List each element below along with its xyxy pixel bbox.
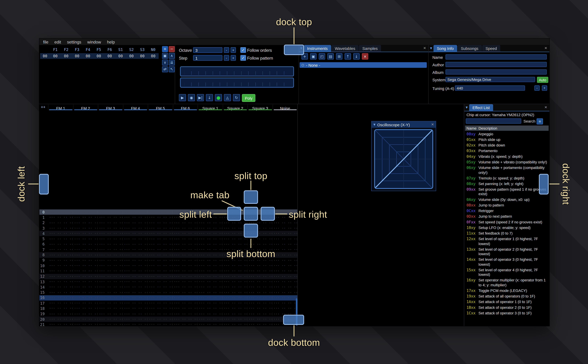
pattern-cell[interactable]: ··· ·· ·· ····	[48, 253, 73, 257]
pattern-cell[interactable]: ··· ·· ·· ····	[248, 275, 272, 278]
step-row-button[interactable]: ↓	[206, 94, 213, 101]
order-cell[interactable]: 00	[126, 54, 137, 58]
split-right-target[interactable]	[261, 207, 275, 221]
pattern-cell[interactable]: ··· ·· ·· ····	[198, 264, 223, 267]
pattern-cell[interactable]: ··· ·· ·· ····	[98, 275, 123, 278]
dock-left-target[interactable]	[39, 174, 49, 195]
tab-samples[interactable]: Samples	[359, 45, 381, 52]
split-top-target[interactable]	[244, 190, 258, 204]
metronome-button[interactable]: ◬	[224, 94, 231, 101]
close-icon[interactable]: ×	[544, 104, 547, 110]
pattern-cell[interactable]: ··· ·· ·· ····	[73, 318, 98, 321]
pattern-cell[interactable]: ··· ·· ·· ····	[223, 237, 247, 241]
pattern-cell[interactable]: ··· ·· ·· ····	[73, 232, 98, 235]
pattern-cell[interactable]: ··· ·· ·· ····	[73, 226, 98, 230]
pattern-cell[interactable]: ··· ·· ·· ····	[98, 296, 123, 300]
pattern-cell[interactable]: ··· ·· ·· ····	[198, 269, 223, 273]
pattern-cell[interactable]: ··· ·· ·· ····	[98, 307, 123, 310]
effect-row[interactable]: 1CxxSet attack of operator 3 (0 to 1F)	[464, 310, 549, 316]
menu-item-edit[interactable]: edit	[51, 39, 64, 44]
pattern-cell[interactable]: ··· ·· ·· ····	[123, 280, 148, 284]
pattern-cell[interactable]: ··· ·· ·· ····	[173, 307, 198, 310]
effect-row[interactable]: 05xyVolume slide + vibrato (compatibilit…	[464, 160, 549, 165]
pattern-cell[interactable]: ··· ·· ·· ····	[248, 312, 272, 316]
pattern-cell[interactable]: ··· ·· ·· ····	[123, 307, 148, 310]
order-move-up-button[interactable]: ∧	[169, 53, 175, 59]
orders-selected-row[interactable]: 0000000000000000000000	[40, 53, 159, 59]
pattern-cell[interactable]: ··· ·· ·· ····	[98, 259, 123, 262]
pattern-cell[interactable]: ··· ·· ·· ····	[198, 291, 223, 294]
pattern-cell[interactable]: ··· ·· ·· ····	[123, 253, 148, 257]
pattern-cell[interactable]: ··· ·· ·· ····	[73, 253, 98, 257]
pattern-cell[interactable]: ··· ·· ·· ····	[223, 280, 247, 284]
pattern-cell[interactable]: ··· ·· ·· ····	[198, 248, 223, 251]
effect-row[interactable]: 02xxPitch slide down	[464, 143, 549, 148]
pattern-cell[interactable]: ··· ·· ·· ····	[272, 307, 297, 310]
pattern-cell[interactable]: ··· ·· ·· ····	[48, 296, 73, 300]
order-move-down-button[interactable]: ∨	[162, 60, 168, 65]
pattern-cell[interactable]: ··· ·· ·· ····	[198, 221, 223, 225]
menu-item-window[interactable]: window	[84, 39, 104, 44]
effect-row[interactable]: 07xyTremolo (x: speed; y: depth)	[464, 176, 549, 181]
pattern-cell[interactable]: ··· ·· ·· ····	[223, 307, 247, 310]
close-icon[interactable]: ×	[431, 122, 434, 127]
pattern-cell[interactable]: ··· ·· ·· ····	[73, 248, 98, 251]
pattern-cell[interactable]: ··· ·· ·· ····	[248, 291, 272, 294]
pattern-cell[interactable]: ··· ·· ·· ····	[272, 253, 297, 257]
pattern-cell[interactable]: ··· ·· ·· ····	[198, 237, 223, 241]
order-cell[interactable]: 00	[50, 54, 61, 58]
pattern-cell[interactable]: ··· ·· ·· ····	[173, 242, 198, 246]
pattern-cell[interactable]: ··· ·· ·· ····	[123, 226, 148, 230]
pattern-cell[interactable]: ··· ·· ·· ····	[272, 291, 297, 294]
instrument-delete-button[interactable]: ×	[362, 53, 368, 60]
octave-increase-button[interactable]: +	[231, 47, 236, 53]
follow-orders-checkbox[interactable]: ✓	[240, 47, 246, 53]
pattern-cell[interactable]: ··· ·· ·· ····	[272, 269, 297, 273]
order-cell[interactable]: 00	[104, 54, 115, 58]
pattern-cell[interactable]: ··· ·· ·· ····	[148, 307, 173, 310]
effect-row[interactable]: 04xyVibrato (x: speed; y: depth)	[464, 154, 549, 160]
pattern-cell[interactable]: ··· ·· ·· ····	[173, 285, 198, 289]
tab-instruments[interactable]: Instruments	[304, 45, 331, 52]
order-edit-mode-button[interactable]: ↖	[169, 66, 175, 72]
pattern-cell[interactable]: ··· ·· ·· ····	[98, 312, 123, 316]
order-add-button[interactable]: +	[162, 46, 168, 52]
song-album-input[interactable]	[446, 69, 547, 74]
order-duplicate-end-button[interactable]: ⇊	[169, 60, 175, 65]
pattern-cell[interactable]: ··· ·· ·· ····	[98, 285, 123, 289]
play-pattern-button[interactable]: ◉	[188, 94, 195, 101]
pattern-cell[interactable]: ··· ·· ·· ····	[272, 285, 297, 289]
pattern-cell[interactable]: ··· ·· ·· ····	[198, 253, 223, 257]
pattern-cell[interactable]: ··· ·· ·· ····	[98, 253, 123, 257]
oscilloscope-title-bar[interactable]: ▼ Oscilloscope (X-Y) ×	[372, 121, 436, 128]
pattern-cell[interactable]: ··· ·· ·· ····	[198, 275, 223, 278]
tab-song-info[interactable]: Song Info	[434, 45, 457, 52]
effect-row[interactable]: 1BxxSet attack of operator 2 (0 to 1F)	[464, 305, 549, 310]
pattern-cell[interactable]: ··· ·· ·· ····	[48, 323, 73, 326]
effect-row[interactable]: 12xxSet level of operator 1 (0 highest, …	[464, 236, 549, 247]
pattern-cell[interactable]: ··· ·· ·· ····	[248, 323, 272, 326]
split-left-target[interactable]	[227, 207, 241, 221]
pattern-cell[interactable]: ··· ·· ·· ····	[123, 210, 148, 214]
tab-wavetables[interactable]: Wavetables	[331, 45, 359, 52]
pattern-cell[interactable]: ··· ·· ·· ····	[123, 285, 148, 289]
pattern-cell[interactable]: ··· ·· ·· ····	[148, 221, 173, 225]
instrument-list-item-none[interactable]: ○ - None -	[300, 62, 427, 68]
pattern-cell[interactable]: ··· ·· ·· ····	[73, 301, 98, 305]
pattern-cell[interactable]: ··· ·· ·· ····	[73, 323, 98, 326]
split-bottom-target[interactable]	[244, 224, 258, 237]
pattern-cell[interactable]: ··· ·· ·· ····	[48, 312, 73, 316]
pattern-cell[interactable]: ··· ·· ·· ····	[73, 285, 98, 289]
step-input[interactable]: 1	[193, 55, 222, 61]
pattern-cell[interactable]: ··· ·· ·· ····	[148, 296, 173, 300]
pattern-cell[interactable]: ··· ·· ·· ····	[272, 280, 297, 284]
effect-row[interactable]: 00xyArpeggio	[464, 132, 549, 137]
pattern-cell[interactable]: ··· ·· ·· ····	[223, 275, 247, 278]
instrument-move-up-button[interactable]: ↑	[345, 53, 351, 60]
channel-header-noise[interactable]: Noise	[272, 104, 297, 110]
pattern-cell[interactable]: ··· ·· ·· ····	[272, 275, 297, 278]
effect-row[interactable]: 10xySetup LFO (x: enable; y: speed)	[464, 225, 549, 231]
pattern-cell[interactable]: ··· ·· ·· ····	[98, 221, 123, 225]
order-cell[interactable]: 00	[72, 54, 83, 58]
pattern-cell[interactable]: ··· ·· ·· ····	[98, 237, 123, 241]
